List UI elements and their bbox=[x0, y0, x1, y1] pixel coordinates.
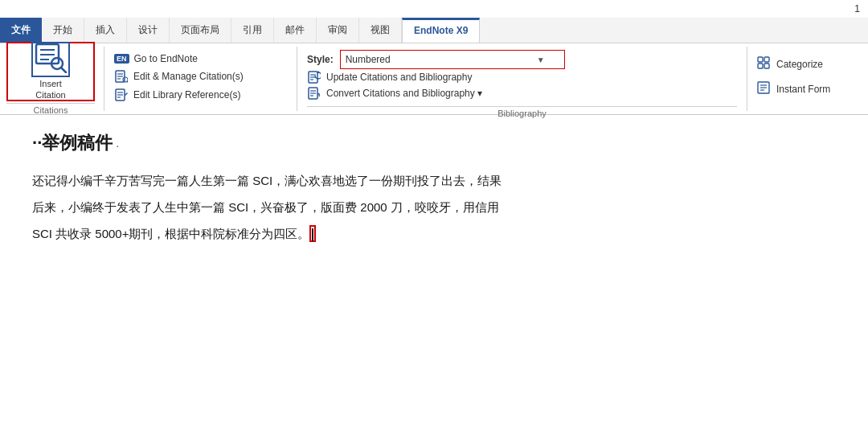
convert-citations-icon bbox=[307, 87, 321, 100]
edit-citation-icon bbox=[114, 70, 129, 83]
update-citations-button[interactable]: Update Citations and Bibliography bbox=[307, 69, 737, 85]
tab-mailings[interactable]: 邮件 bbox=[274, 18, 317, 43]
group-citations: EN Go to EndNote Edit & bbox=[104, 47, 297, 111]
goto-endnote-label: Go to EndNote bbox=[134, 53, 198, 64]
group-right: Categorize Instant Form bbox=[747, 47, 868, 111]
svg-rect-27 bbox=[758, 64, 763, 68]
tab-endnote[interactable]: EndNote X9 bbox=[402, 18, 480, 43]
page-number: 1 bbox=[854, 3, 860, 14]
tab-layout[interactable]: 页面布局 bbox=[170, 18, 231, 43]
top-bar: 1 bbox=[0, 0, 868, 18]
tab-review[interactable]: 审阅 bbox=[317, 18, 359, 43]
library-reference-icon bbox=[114, 88, 129, 101]
tab-design[interactable]: 设计 bbox=[127, 18, 170, 43]
citations-group-label: Citations bbox=[6, 103, 95, 117]
instant-form-icon bbox=[757, 81, 772, 96]
update-citations-icon bbox=[307, 71, 321, 84]
tab-insert[interactable]: 插入 bbox=[84, 18, 127, 43]
update-citations-label: Update Citations and Bibliography bbox=[326, 72, 472, 83]
tab-view[interactable]: 视图 bbox=[359, 18, 402, 43]
command-area: Insert Citation Citations EN Go to EndNo… bbox=[0, 43, 868, 114]
categorize-label: Categorize bbox=[776, 59, 823, 70]
document-paragraph-1: 还记得小编千辛万苦写完一篇人生第一篇 SCI，满心欢喜地选了一份期刊投了出去，结… bbox=[32, 170, 836, 191]
style-row: Style: Numbered ▼ bbox=[307, 50, 737, 69]
heading-cursor: . bbox=[116, 137, 119, 150]
instant-form-label: Instant Form bbox=[776, 84, 830, 95]
document-paragraph-2: 后来，小编终于发表了人生中第一篇 SCI，兴奋极了，版面费 2000 刀，咬咬牙… bbox=[32, 196, 836, 218]
tab-home[interactable]: 开始 bbox=[42, 18, 84, 43]
ribbon: 文件 开始 插入 设计 页面布局 引用 邮件 审阅 视图 EndNote X9 bbox=[0, 18, 868, 115]
document-area: · ·举例稿件 . 还记得小编千辛万苦写完一篇人生第一篇 SCI，满心欢喜地选了… bbox=[0, 115, 868, 265]
en-badge-icon: EN bbox=[114, 54, 129, 64]
document-heading: · ·举例稿件 . bbox=[32, 131, 836, 155]
text-cursor bbox=[312, 228, 313, 241]
style-dropdown[interactable]: Numbered ▼ bbox=[340, 50, 565, 69]
categorize-icon bbox=[757, 56, 772, 72]
tab-references[interactable]: 引用 bbox=[231, 18, 274, 43]
svg-line-11 bbox=[127, 81, 128, 82]
goto-endnote-button[interactable]: EN Go to EndNote bbox=[114, 51, 287, 66]
svg-line-5 bbox=[61, 68, 66, 72]
bibliography-group-label: Bibliography bbox=[307, 106, 737, 120]
text-cursor-box bbox=[309, 225, 316, 242]
style-dropdown-arrow: ▼ bbox=[537, 55, 545, 64]
edit-manage-citation-button[interactable]: Edit & Manage Citation(s) bbox=[114, 68, 287, 84]
tab-file[interactable]: 文件 bbox=[0, 18, 42, 43]
group-insert-citation: Insert Citation Citations bbox=[0, 47, 104, 111]
edit-library-reference-button[interactable]: Edit Library Reference(s) bbox=[114, 87, 287, 103]
style-label: Style: bbox=[307, 54, 334, 65]
group-bibliography: Style: Numbered ▼ bbox=[297, 47, 747, 111]
edit-manage-citation-label: Edit & Manage Citation(s) bbox=[133, 71, 244, 82]
convert-citations-label: Convert Citations and Bibliography ▾ bbox=[326, 88, 482, 99]
insert-citation-icon bbox=[31, 42, 70, 77]
tab-row: 文件 开始 插入 设计 页面布局 引用 邮件 审阅 视图 EndNote X9 bbox=[0, 18, 868, 43]
categorize-button[interactable]: Categorize bbox=[757, 55, 858, 73]
insert-citation-label: Insert Citation bbox=[35, 79, 65, 100]
document-paragraph-3: SCI 共收录 5000+期刊，根据中科院标准分为四区。 bbox=[32, 223, 836, 244]
heading-text: ·举例稿件 bbox=[37, 131, 113, 155]
svg-rect-26 bbox=[764, 57, 769, 62]
style-value: Numbered bbox=[346, 54, 391, 65]
convert-citations-button[interactable]: Convert Citations and Bibliography ▾ bbox=[307, 85, 737, 101]
svg-point-10 bbox=[123, 77, 128, 82]
instant-form-button[interactable]: Instant Form bbox=[757, 80, 858, 98]
svg-rect-25 bbox=[758, 57, 763, 62]
edit-library-reference-label: Edit Library Reference(s) bbox=[133, 89, 240, 101]
insert-citation-button[interactable]: Insert Citation bbox=[6, 42, 95, 101]
svg-rect-28 bbox=[764, 64, 769, 68]
